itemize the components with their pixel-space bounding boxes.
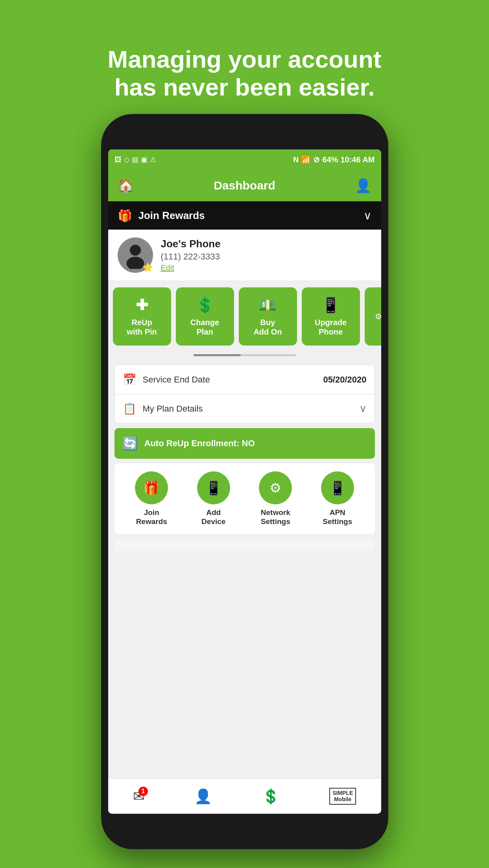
network-settings-label: NetworkSettings [261, 508, 290, 526]
account-icon: 👤 [194, 788, 212, 805]
avatar: ⭐ [118, 237, 153, 273]
network-settings-button[interactable]: ⚙ NetworkSettings [259, 471, 292, 526]
edit-link[interactable]: Edit [161, 263, 372, 272]
change-plan-button[interactable]: 💲 ChangePlan [176, 287, 234, 346]
service-end-label: Service End Date [143, 375, 323, 385]
account-name: Joe's Phone [161, 238, 372, 250]
bottom-nav: ✉ 1 👤 💲 SIMPLEMobile [108, 778, 381, 814]
phone-icon: 📱 [321, 296, 340, 314]
account-phone: (111) 222-3333 [161, 252, 372, 262]
status-bar: 🖼 ◇ ▤ ▣ ⚠ N 📶 ⊘ 64% 10:46 AM [108, 149, 381, 170]
svg-point-1 [126, 257, 144, 269]
nav-account[interactable]: 👤 [194, 788, 212, 805]
quick-actions: ✚ ReUpwith Pin 💲 ChangePlan 💵 BuyAdd On … [108, 281, 381, 352]
status-icons: 🖼 ◇ ▤ ▣ ⚠ [114, 155, 156, 164]
hero-section: Managing your account has never been eas… [0, 0, 489, 129]
plan-details-row[interactable]: 📋 My Plan Details ∨ [115, 394, 375, 423]
account-section: ⭐ Joe's Phone (111) 222-3333 Edit [108, 230, 381, 281]
partial-bottom-row [114, 539, 375, 551]
apn-settings-button[interactable]: 📱 APNSettings [321, 471, 354, 526]
simple-mobile-logo: SIMPLEMobile [329, 788, 356, 805]
add-device-label: AddDevice [201, 508, 225, 526]
svg-point-0 [130, 245, 141, 256]
apn-settings-label: APNSettings [323, 508, 352, 526]
refresh-icon: 🔄 [122, 436, 138, 451]
dollar-icon: 💲 [196, 296, 214, 314]
home-icon[interactable]: 🏠 [118, 178, 134, 193]
add-device-button[interactable]: 📱 AddDevice [197, 471, 230, 526]
support-icon[interactable]: 👤 [355, 178, 371, 193]
reup-pin-button[interactable]: ✚ ReUpwith Pin [113, 287, 171, 346]
nav-logo: SIMPLEMobile [329, 788, 356, 805]
add-device-icon: 📱 [205, 480, 222, 496]
avatar-star-icon: ⭐ [142, 263, 153, 273]
addon-icon: 💵 [258, 296, 277, 314]
auto-reup-label: Auto ReUp Enrollment: NO [144, 438, 255, 449]
plan-details-label: My Plan Details [143, 404, 359, 414]
phone-frame: 🖼 ◇ ▤ ▣ ⚠ N 📶 ⊘ 64% 10:46 AM 🏠 Dashboard… [101, 114, 388, 849]
status-right: N 📶 ⊘ 64% 10:46 AM [293, 155, 375, 164]
more-icon: ⚙ [375, 312, 381, 321]
plan-icon: 📋 [123, 402, 137, 415]
pay-icon: 💲 [262, 788, 280, 805]
nav-messages[interactable]: ✉ 1 [133, 788, 145, 805]
info-card: 📅 Service End Date 05/20/2020 📋 My Plan … [114, 365, 375, 423]
join-rewards-label: JoinRewards [136, 508, 167, 526]
phone-screen: 🖼 ◇ ▤ ▣ ⚠ N 📶 ⊘ 64% 10:46 AM 🏠 Dashboard… [108, 149, 381, 814]
messages-badge: 1 [138, 787, 148, 796]
rewards-banner-label: Join Rewards [138, 210, 205, 222]
chevron-down-icon: ∨ [364, 209, 372, 222]
app-bar: 🏠 Dashboard 👤 [108, 170, 381, 201]
gift-icon: 🎁 [118, 209, 132, 223]
buy-addon-button[interactable]: 💵 BuyAdd On [239, 287, 297, 346]
calendar-icon: 📅 [123, 373, 137, 386]
auto-reup-button[interactable]: 🔄 Auto ReUp Enrollment: NO [114, 428, 375, 459]
scroll-indicator [108, 352, 381, 360]
gift-icon: 🎁 [143, 480, 160, 496]
upgrade-phone-button[interactable]: 📱 UpgradePhone [302, 287, 360, 346]
rewards-banner[interactable]: 🎁 Join Rewards ∨ [108, 201, 381, 230]
more-button[interactable]: ⚙ [365, 287, 381, 346]
plus-icon: ✚ [136, 296, 148, 314]
service-end-row: 📅 Service End Date 05/20/2020 [115, 365, 375, 394]
network-icon: ⚙ [269, 480, 281, 496]
hero-title: Managing your account has never been eas… [31, 22, 458, 117]
join-rewards-button[interactable]: 🎁 JoinRewards [135, 471, 168, 526]
service-end-value: 05/20/2020 [323, 375, 366, 385]
chevron-down-icon: ∨ [359, 403, 367, 415]
apn-icon: 📱 [329, 480, 346, 496]
bottom-icons-section: 🎁 JoinRewards 📱 AddDevice ⚙ NetworkSetti… [114, 463, 375, 534]
nav-pay[interactable]: 💲 [262, 788, 280, 805]
app-bar-title: Dashboard [214, 179, 275, 192]
